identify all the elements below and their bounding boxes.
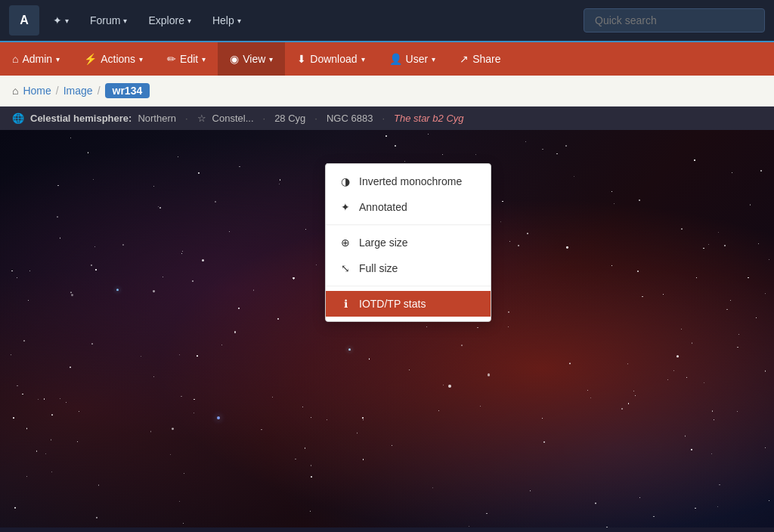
star <box>293 277 295 280</box>
star <box>737 347 738 348</box>
star <box>704 382 704 383</box>
star <box>556 153 558 155</box>
star <box>181 396 181 397</box>
star <box>611 265 612 266</box>
star <box>66 402 67 403</box>
star <box>432 487 433 488</box>
expand-icon: ⤡ <box>339 262 351 274</box>
explore-menu[interactable]: Explore ▾ <box>141 10 198 31</box>
star <box>28 300 29 301</box>
star <box>44 398 45 400</box>
edit-menu[interactable]: ✏ Edit ▾ <box>155 42 218 76</box>
star <box>229 231 230 232</box>
star <box>565 145 567 147</box>
star <box>194 413 194 413</box>
star <box>542 418 543 419</box>
star <box>51 414 53 416</box>
admin-menu[interactable]: ⌂ Admin ▾ <box>0 42 72 76</box>
star <box>480 406 481 407</box>
star <box>96 517 98 518</box>
star <box>13 417 14 419</box>
star <box>239 166 240 168</box>
iotd-stats-item[interactable]: ℹ IOTD/TP stats <box>326 291 491 317</box>
star <box>691 449 692 450</box>
star <box>765 447 766 448</box>
star <box>724 245 726 246</box>
tag-3: The star b2 Cyg <box>394 113 464 124</box>
star <box>194 399 194 400</box>
star <box>363 419 364 420</box>
back-icon: ✦ <box>53 14 62 26</box>
star <box>765 293 766 294</box>
star <box>614 203 615 204</box>
star <box>385 135 387 137</box>
back-button[interactable]: ✦ ▾ <box>45 10 76 31</box>
star <box>357 432 358 434</box>
star <box>569 363 571 364</box>
inverted-monochrome-item[interactable]: ◑ Inverted monochrome <box>326 169 491 194</box>
star <box>153 376 154 377</box>
star <box>70 138 71 138</box>
logo[interactable]: A <box>9 5 39 36</box>
user-menu[interactable]: 👤 User ▾ <box>377 42 448 76</box>
star <box>181 253 182 254</box>
star <box>153 186 154 187</box>
help-menu[interactable]: Help ▾ <box>205 10 249 31</box>
star <box>51 439 51 440</box>
star <box>302 407 303 407</box>
annotated-item[interactable]: ✦ Annotated <box>326 194 491 220</box>
star <box>488 373 491 376</box>
annotated-icon: ✦ <box>339 201 351 213</box>
star <box>95 269 96 270</box>
star <box>758 243 759 244</box>
star <box>653 516 655 518</box>
large-size-item[interactable]: ⊕ Large size <box>326 230 491 255</box>
star <box>29 271 31 272</box>
star <box>692 342 692 343</box>
star <box>234 331 237 333</box>
star <box>253 289 255 291</box>
forum-menu[interactable]: Forum ▾ <box>82 10 135 31</box>
star <box>17 385 17 386</box>
star <box>628 403 630 404</box>
actions-menu[interactable]: ⚡ Actions ▾ <box>72 42 155 76</box>
info-icon: ℹ <box>339 298 351 310</box>
tag-1: 28 Cyg <box>274 113 305 124</box>
star <box>14 507 16 509</box>
star <box>182 251 183 252</box>
star <box>748 277 749 279</box>
star <box>587 390 588 391</box>
download-menu[interactable]: ⬇ Download ▾ <box>285 42 376 76</box>
star <box>711 453 712 454</box>
star <box>11 271 12 271</box>
share-button[interactable]: ↗ Share <box>447 42 512 76</box>
share-icon: ↗ <box>460 53 469 65</box>
star <box>574 176 574 177</box>
star <box>443 385 444 385</box>
zoom-icon: ⊕ <box>339 237 351 249</box>
search-input[interactable] <box>584 8 765 32</box>
breadcrumb-current: wr134 <box>105 83 150 98</box>
tag-2: NGC 6883 <box>327 113 373 124</box>
full-size-item[interactable]: ⤡ Full size <box>326 255 491 281</box>
star <box>311 417 312 419</box>
breadcrumb-image[interactable]: Image <box>63 85 93 97</box>
star <box>627 363 628 364</box>
star <box>94 246 95 247</box>
star <box>363 459 364 459</box>
star <box>667 379 668 380</box>
star <box>395 145 395 146</box>
star <box>606 527 608 527</box>
star <box>153 290 155 292</box>
breadcrumb: ⌂ Home / Image / wr134 <box>0 76 774 107</box>
image-area: ◑ Inverted monochrome ✦ Annotated ⊕ Larg… <box>0 130 774 527</box>
star <box>673 370 675 372</box>
star <box>756 317 757 318</box>
view-menu[interactable]: ◉ View ▾ <box>218 42 285 76</box>
star <box>77 441 78 442</box>
star <box>681 228 683 230</box>
bright-star <box>217 416 220 419</box>
breadcrumb-home[interactable]: Home <box>23 85 51 97</box>
dropdown-section-3: ℹ IOTD/TP stats <box>326 286 491 321</box>
star <box>639 497 640 498</box>
